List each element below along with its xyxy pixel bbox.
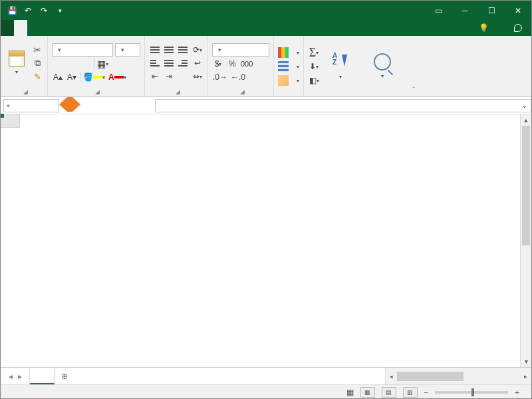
italic-button[interactable] [66,58,78,70]
hscroll-left[interactable]: ◂ [386,373,397,380]
table-icon [278,61,289,72]
ribbon-options-icon[interactable]: ▭ [425,1,452,20]
tell-me[interactable]: 💡 [473,20,497,36]
percent-button[interactable]: % [226,58,238,70]
undo-icon[interactable]: ↶ [21,3,35,18]
increase-decimal-button[interactable]: .0→ [212,71,228,83]
spreadsheet-grid: ▲ ▼ [1,114,531,367]
qat-more-icon[interactable]: ▾ [53,3,67,18]
currency-button[interactable]: $ [212,58,224,70]
tab-home[interactable] [14,20,27,36]
increase-indent-button[interactable]: ⇥ [163,70,175,82]
zoom-in-button[interactable]: + [515,388,519,396]
bucket-icon: 🪣 [83,72,93,82]
ribbon: ◢ ▦ A▴ A▾ 🪣 [1,36,531,97]
number-format-select[interactable] [212,43,269,57]
tab-insert[interactable] [27,20,41,36]
font-color-button[interactable]: A [108,71,127,83]
cell-styles-button[interactable] [278,74,299,87]
hscroll-right[interactable]: ▸ [520,373,531,380]
merge-button[interactable]: ⇔ [192,70,203,82]
sheet-tab-active[interactable] [30,368,55,384]
group-styles [274,36,304,96]
alignment-launcher[interactable]: ◢ [176,88,180,95]
conditional-formatting-button[interactable] [278,46,299,59]
minimize-icon[interactable]: ─ [452,1,478,20]
shrink-font-button[interactable]: A▾ [66,71,78,83]
align-bottom-button[interactable] [177,44,189,56]
font-name-select[interactable] [52,43,113,57]
record-macro-icon[interactable]: ▦ [346,388,354,397]
clipboard-launcher[interactable]: ◢ [23,88,28,95]
view-page-break-button[interactable]: ▥ [403,387,418,398]
tab-layout[interactable] [41,20,54,36]
view-normal-button[interactable]: ▦ [360,387,375,398]
sort-filter-button[interactable] [323,38,358,95]
view-page-layout-button[interactable]: ▤ [382,387,396,398]
border-button[interactable]: ▦ [96,58,109,70]
align-left-button[interactable] [149,57,161,69]
hscroll-thumb[interactable] [397,372,464,381]
copy-button[interactable] [31,57,43,69]
bold-button[interactable] [52,58,64,70]
titlebar: 💾 ↶ ↷ ▾ ▭ ─ ☐ ✕ [1,1,531,20]
grow-font-button[interactable]: A▴ [52,71,64,83]
group-alignment: ⇤ ⇥ ⟳ ↩ ⇔ ◢ [145,36,208,96]
select-all-corner[interactable] [1,114,20,128]
tab-file[interactable] [1,20,14,36]
format-as-table-button[interactable] [278,60,299,73]
find-select-button[interactable] [361,38,404,95]
align-middle-button[interactable] [163,44,175,56]
save-icon[interactable]: 💾 [5,3,19,18]
orientation-button[interactable]: ⟳ [192,44,203,56]
font-launcher[interactable]: ◢ [95,88,100,95]
align-right-button[interactable] [177,57,189,69]
add-sheet-button[interactable]: ⊕ [55,368,74,384]
number-launcher[interactable]: ◢ [240,88,245,95]
autosum-button[interactable]: Σ [308,47,320,59]
fill-color-button[interactable]: 🪣 [82,71,106,83]
format-painter-button[interactable] [31,70,43,82]
expand-formula-bar[interactable]: ⌄ [518,99,531,112]
tab-review[interactable] [80,20,94,36]
name-box[interactable] [3,99,59,112]
scroll-down-button[interactable]: ▼ [521,356,532,367]
clear-button[interactable]: ◧ [308,74,320,86]
font-size-select[interactable] [115,43,140,57]
horizontal-scrollbar[interactable]: ◂ ▸ [385,368,531,384]
maximize-icon[interactable]: ☐ [478,1,505,20]
paste-button[interactable] [5,38,29,88]
formula-input[interactable] [155,99,518,112]
scroll-up-button[interactable]: ▲ [521,114,531,126]
fill-button[interactable]: ⬇ [308,61,320,72]
group-number: $ % 000 .0→ ←.0 ◢ [208,36,274,96]
callout-tag [59,97,80,112]
decrease-decimal-button[interactable]: ←.0 [230,71,246,83]
align-top-button[interactable] [149,44,161,56]
sheet-nav-prev[interactable]: ◂ [9,372,13,381]
cut-button[interactable] [31,44,43,56]
comma-button[interactable]: 000 [240,58,253,70]
sort-icon [331,53,350,71]
collapse-ribbon-button[interactable]: ˆ [408,36,420,96]
tab-data[interactable] [67,20,80,36]
tab-formulas[interactable] [54,20,67,36]
sheet-nav-next[interactable]: ▸ [18,372,22,381]
group-font: ▦ A▴ A▾ 🪣 A ◢ [48,36,145,96]
wrap-text-button[interactable]: ↩ [192,57,203,69]
scroll-thumb[interactable] [522,126,530,245]
zoom-slider[interactable] [435,391,508,394]
close-icon[interactable]: ✕ [505,1,531,20]
paste-icon [9,51,25,66]
align-center-button[interactable] [163,57,175,69]
group-clipboard: ◢ [1,36,48,96]
redo-icon[interactable]: ↷ [37,3,51,18]
vertical-scrollbar[interactable]: ▲ ▼ [520,114,531,367]
tab-view[interactable] [94,20,107,36]
decrease-indent-button[interactable]: ⇤ [149,70,161,82]
share-button[interactable] [507,20,531,36]
underline-button[interactable] [80,58,92,70]
zoom-out-button[interactable]: − [424,388,429,396]
account-user[interactable] [497,20,507,36]
conditional-format-icon [278,47,289,58]
